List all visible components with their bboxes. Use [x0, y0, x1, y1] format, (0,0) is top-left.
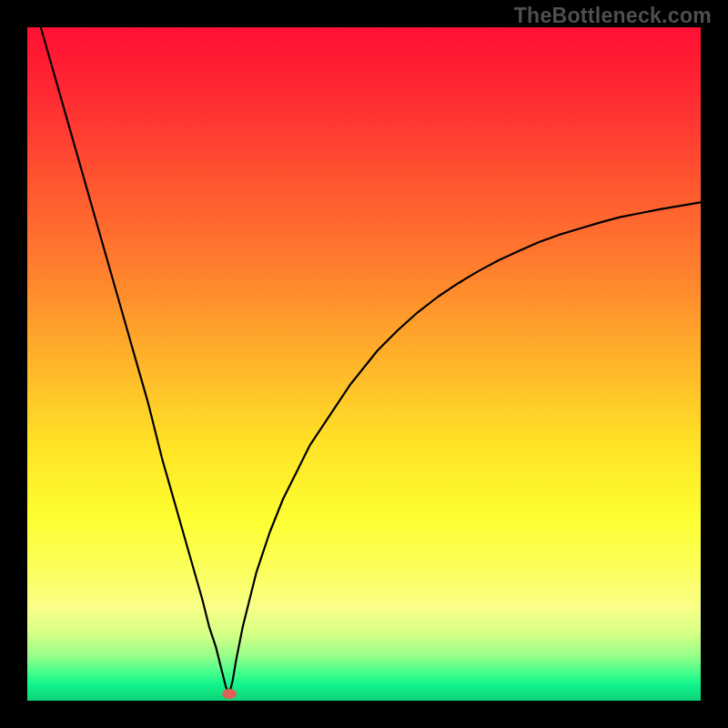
optimal-point-marker — [222, 689, 237, 699]
bottleneck-curve-chart — [27, 27, 701, 701]
gradient-background — [27, 27, 701, 701]
watermark-text: TheBottleneck.com — [514, 4, 712, 28]
plot-area — [27, 27, 701, 701]
chart-container: TheBottleneck.com — [0, 0, 728, 728]
